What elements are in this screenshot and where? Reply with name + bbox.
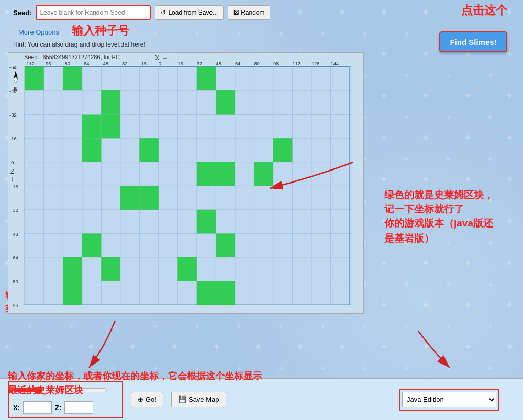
seed-input[interactable] [36,5,151,20]
svg-rect-73 [254,162,273,186]
annotation-seed: 输入种子号 [72,23,129,39]
svg-rect-80 [177,257,197,281]
svg-text:48: 48 [13,231,18,237]
svg-rect-72 [139,186,159,210]
svg-rect-76 [216,233,235,257]
svg-text:-64: -64 [9,64,17,70]
svg-text:112: 112 [292,61,301,66]
svg-rect-81 [216,281,235,305]
edition-select-container: Java Edition Bedrock Edition [399,389,499,411]
svg-rect-84 [25,66,44,90]
random-button-label: Random [241,9,264,16]
svg-rect-66 [101,115,120,139]
more-options-link[interactable]: More Options [18,28,59,36]
z-coord-input[interactable] [64,401,93,414]
map-grid-svg: .grid-line { stroke: #8ab0d0; stroke-wid… [8,53,363,313]
load-icon: ↺ [161,9,166,16]
random-button[interactable]: ⚄ Random [228,5,270,20]
load-button-label: Load from Save... [168,9,218,16]
svg-text:-32: -32 [9,112,17,118]
svg-rect-64 [82,115,102,139]
svg-text:80: 80 [13,279,18,285]
svg-text:-48: -48 [101,61,108,66]
svg-text:0: 0 [11,160,14,165]
annotation-version: 你的游戏版本（java版还是基岩版） [384,216,499,246]
svg-text:144: 144 [330,61,339,66]
svg-text:32: 32 [13,207,18,213]
svg-text:-48: -48 [9,88,17,94]
svg-text:0: 0 [159,61,161,66]
svg-text:-32: -32 [120,61,128,66]
svg-rect-65 [82,138,102,162]
svg-text:48: 48 [216,61,221,66]
svg-rect-67 [216,90,235,115]
svg-text:16: 16 [13,183,18,189]
annotation-arrow-version [366,326,481,378]
annotation-slime: 绿色的就是史莱姆区块，记一下坐标就行了 [384,188,499,216]
z-coord-label: Z: [55,404,61,412]
svg-rect-68 [139,138,159,162]
svg-rect-70 [216,162,235,186]
svg-rect-69 [197,162,216,186]
svg-text:-112: -112 [25,61,35,66]
svg-text:-16: -16 [9,135,17,141]
svg-text:64: 64 [13,255,18,260]
x-coord-input[interactable] [23,401,52,414]
load-button[interactable]: ↺ Load from Save... [155,5,224,20]
svg-rect-82 [63,281,82,305]
svg-rect-78 [63,257,82,281]
svg-text:16: 16 [177,61,183,66]
svg-text:-80: -80 [63,61,70,66]
hint-text: Hint: You can also drag and drop level.d… [13,41,515,48]
svg-text:-96: -96 [44,61,51,66]
svg-rect-75 [197,210,216,234]
annotation-arrow-coord [63,315,220,378]
svg-text:64: 64 [235,61,240,66]
random-icon: ⚄ [233,9,239,16]
svg-rect-83 [197,281,216,305]
svg-text:-16: -16 [139,61,147,66]
annotation-coord: 输入你家的坐标，或者你现在的坐标，它会根据这个坐标显示最近的史莱姆区块 [8,369,270,398]
svg-rect-63 [101,90,120,115]
svg-text:128: 128 [311,61,320,66]
x-coord-label: X: [13,404,20,412]
svg-text:80: 80 [254,61,259,66]
svg-rect-61 [63,66,82,90]
svg-text:-64: -64 [82,61,90,66]
svg-rect-71 [120,186,140,210]
map-container: N Z ↓ Seed: -655834991321274286, for PC … [8,52,364,314]
svg-text:32: 32 [197,61,202,66]
edition-select[interactable]: Java Edition Bedrock Edition [402,392,496,407]
seed-label: Seed: [13,9,31,17]
svg-text:96: 96 [273,61,279,66]
svg-rect-74 [273,138,293,162]
svg-rect-79 [101,257,120,281]
svg-rect-62 [197,66,216,90]
svg-text:96: 96 [13,302,18,308]
svg-rect-77 [82,233,102,257]
